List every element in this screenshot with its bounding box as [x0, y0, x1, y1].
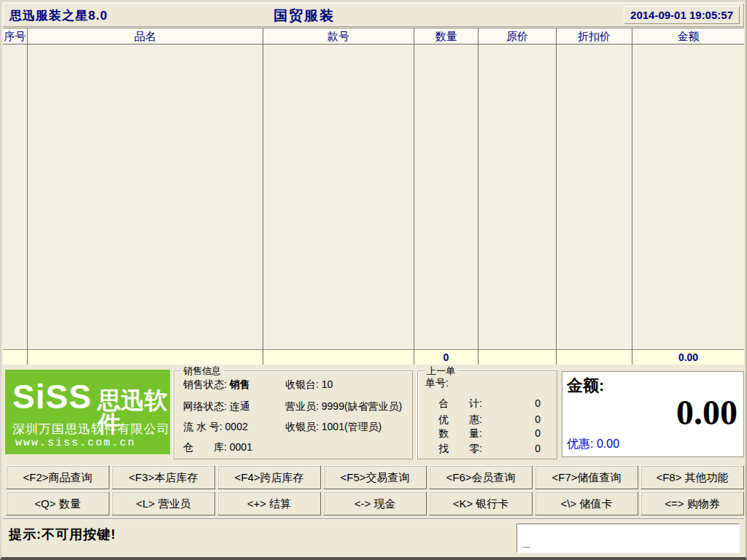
f8-other-functions-button[interactable]: <F8> 其他功能 [640, 465, 744, 489]
column-amount: 金额 0.00 [632, 28, 744, 365]
network-status-value: 连通 [230, 400, 250, 412]
column-body [414, 44, 478, 349]
warehouse-value: 0001 [230, 441, 252, 453]
sales-status-label: 销售状态: [183, 378, 227, 390]
discount-value: 0.00 [597, 438, 619, 450]
totals-cell [479, 349, 556, 365]
column-header-amount: 金额 [632, 28, 744, 44]
cash-button[interactable]: <-> 现金 [323, 491, 427, 516]
column-header-seq: 序号 [3, 28, 27, 44]
f7-stored-value-query-button[interactable]: <F7>储值查询 [535, 465, 638, 489]
siss-logo: SiSS 思迅软件 深圳万国思迅软件有限公司 www.siss.com.cn [5, 370, 170, 454]
column-body [3, 44, 27, 349]
last-change-label: 找 零: [438, 443, 482, 456]
company-website: www.siss.com.cn [15, 437, 136, 449]
last-quantity-value: 0 [519, 427, 541, 439]
last-order-no-label: 单号: [425, 377, 449, 390]
title-bar: 思迅服装之星8.0 国贸服装 2014-09-01 19:05:57 [3, 3, 744, 27]
column-product-name: 品名 [28, 28, 263, 365]
company-name: 深圳万国思迅软件有限公司 [12, 421, 170, 438]
sales-status-value: 销售 [230, 378, 250, 390]
status-bar: 提示:不可用按键! _ [3, 519, 744, 556]
f2-product-query-button[interactable]: <F2>商品查询 [6, 465, 109, 489]
amount-display-panel: 金额: 0.00 优惠: 0.00 [562, 371, 744, 457]
serial-no-row: 流 水 号: 0002 [183, 421, 248, 434]
discount-line: 优惠: 0.00 [567, 437, 619, 452]
column-discount-price: 折扣价 [557, 28, 632, 365]
bank-card-button[interactable]: <K> 银行卡 [429, 491, 533, 516]
quantity-button[interactable]: <Q> 数量 [6, 491, 109, 516]
totals-cell [3, 349, 27, 365]
network-status-row: 网络状态: 连通 [183, 400, 250, 413]
column-body [263, 44, 414, 349]
amount-value: 0.00 [676, 395, 738, 430]
f5-transaction-query-button[interactable]: <F5>交易查询 [323, 465, 427, 489]
barcode-entry-input[interactable]: _ [516, 524, 740, 553]
column-quantity: 数量 0 [414, 28, 479, 365]
column-header-original-price: 原价 [479, 28, 556, 44]
serial-no-label: 流 水 号: [183, 421, 222, 432]
serial-no-value: 0002 [225, 421, 248, 432]
app-title: 思迅服装之星8.0 [9, 7, 108, 24]
salesperson-label: 营业员: [285, 400, 319, 412]
column-body [28, 44, 263, 349]
last-total-label: 合 计: [438, 397, 482, 411]
function-key-row: <F2>商品查询 <F3>本店库存 <F4>跨店库存 <F5>交易查询 <F6>… [6, 465, 744, 489]
shopping-voucher-button[interactable]: <=> 购物券 [640, 491, 744, 516]
column-header-discount-price: 折扣价 [557, 28, 632, 44]
sales-info-title: 销售信息 [180, 365, 224, 378]
stored-value-card-button[interactable]: <\> 储值卡 [535, 491, 638, 516]
sale-items-grid: 序号 品名 款号 数量 0 原价 折扣价 [3, 28, 744, 365]
totals-quantity: 0 [414, 349, 478, 365]
sales-info-group: 销售信息 销售状态: 销售 网络状态: 连通 流 水 号: 0002 仓 库: … [174, 370, 413, 459]
column-header-quantity: 数量 [414, 28, 478, 44]
store-name: 国贸服装 [274, 7, 335, 26]
network-status-label: 网络状态: [183, 400, 227, 412]
action-key-row: <Q> 数量 <L> 营业员 <+> 结算 <-> 现金 <K> 银行卡 <\>… [6, 491, 744, 516]
column-body [479, 44, 556, 349]
sales-status-row: 销售状态: 销售 [183, 378, 250, 392]
pos-window: 思迅服装之星8.0 国贸服装 2014-09-01 19:05:57 序号 品名… [0, 0, 747, 560]
column-header-product-name: 品名 [28, 28, 263, 44]
totals-cell [28, 349, 263, 365]
register-value: 10 [322, 378, 333, 390]
column-body [632, 44, 744, 349]
salesperson-value: 9999(缺省营业员) [322, 400, 402, 412]
amount-label: 金额: [567, 375, 604, 397]
last-discount-label: 优 惠: [438, 413, 482, 427]
register-row: 收银台: 10 [285, 378, 333, 392]
last-change-value: 0 [519, 443, 541, 454]
column-header-style-no: 款号 [263, 28, 414, 44]
totals-amount: 0.00 [632, 349, 744, 365]
last-order-group: 上一单 单号: 合 计: 0 优 惠: 0 数 量: 0 找 零: 0 [417, 370, 557, 459]
totals-cell [263, 349, 414, 365]
f6-member-query-button[interactable]: <F6>会员查询 [429, 465, 533, 489]
salesperson-button[interactable]: <L> 营业员 [112, 491, 215, 516]
column-style-no: 款号 [263, 28, 414, 365]
f3-store-stock-button[interactable]: <F3>本店库存 [112, 465, 215, 489]
warehouse-label: 仓 库: [183, 441, 227, 453]
logo-latin-text: SiSS [12, 380, 92, 413]
last-quantity-label: 数 量: [438, 427, 482, 440]
warehouse-row: 仓 库: 0001 [183, 441, 252, 454]
last-order-title: 上一单 [424, 365, 458, 378]
datetime-display: 2014-09-01 19:05:57 [624, 6, 740, 24]
last-discount-value: 0 [519, 413, 541, 425]
f4-cross-store-stock-button[interactable]: <F4>跨店库存 [217, 465, 321, 489]
entry-cursor: _ [523, 536, 530, 549]
discount-label: 优惠: [567, 438, 593, 450]
totals-cell [557, 349, 632, 365]
column-seq: 序号 [3, 28, 28, 365]
cashier-label: 收银员: [285, 421, 319, 432]
last-total-value: 0 [519, 397, 541, 409]
column-body [557, 44, 632, 349]
settle-button[interactable]: <+> 结算 [217, 491, 321, 516]
status-message: 提示:不可用按键! [9, 526, 116, 543]
column-original-price: 原价 [479, 28, 557, 365]
cashier-row: 收银员: 1001(管理员) [285, 421, 382, 434]
salesperson-row: 营业员: 9999(缺省营业员) [285, 400, 402, 413]
register-label: 收银台: [285, 378, 319, 390]
cashier-value: 1001(管理员) [322, 421, 382, 432]
